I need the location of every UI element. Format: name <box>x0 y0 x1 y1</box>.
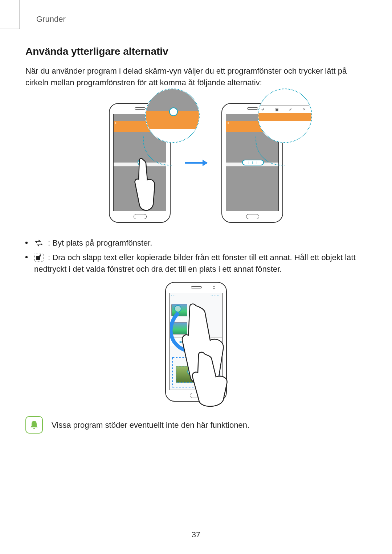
intro-paragraph: När du använder program i delad skärm-vy… <box>25 65 367 89</box>
page-number: 37 <box>0 530 392 539</box>
page-corner-rule <box>0 0 20 29</box>
drag-drop-figure: ▭▭▭▭ ▭▭ ▣▣✎⊕ <box>25 282 367 402</box>
zoom-callout-left <box>145 89 200 143</box>
note-block: Vissa program stöder eventuellt inte den… <box>25 416 367 434</box>
drag-content-icon <box>34 253 44 261</box>
hand-pointer-icon <box>131 157 157 216</box>
zoom-callout-right: ⇄ ▣ ⤢ ✕ <box>258 89 312 143</box>
note-text: Vissa program stöder eventuellt inte den… <box>52 419 249 431</box>
split-handle-open-icon: | | | <box>242 160 264 165</box>
list-item-text: : Byt plats på programfönster. <box>46 238 152 247</box>
swap-windows-icon <box>34 239 44 247</box>
svg-rect-1 <box>36 256 40 260</box>
hand-pointer-icon <box>191 351 234 409</box>
section-heading: Använda ytterligare alternativ <box>25 46 367 57</box>
options-list: : Byt plats på programfönster. : Dra och… <box>25 237 367 275</box>
list-item: : Byt plats på programfönster. <box>25 237 367 249</box>
split-screen-figure: ≡ ≡ <box>25 103 367 223</box>
arrow-right-icon <box>185 162 207 164</box>
list-item: : Dra och släpp text eller kopierade bil… <box>25 252 367 275</box>
list-item-text: : Dra och släpp text eller kopierade bil… <box>34 253 356 274</box>
breadcrumb: Grunder <box>36 15 367 24</box>
note-bell-icon <box>25 416 43 434</box>
